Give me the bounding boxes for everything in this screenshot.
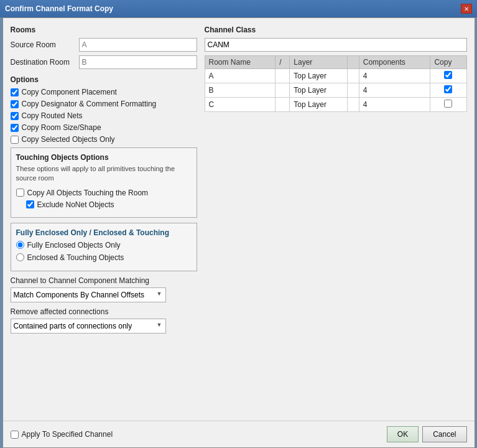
- col-empty: [348, 56, 359, 69]
- enclosed-title: Fully Enclosed Only / Enclosed & Touchin…: [16, 228, 192, 237]
- ok-button[interactable]: OK: [387, 426, 419, 442]
- apply-specified-channel-checkbox[interactable]: [11, 431, 19, 439]
- rooms-label: Rooms: [11, 26, 197, 34]
- slash-c: [276, 98, 290, 112]
- table-row: A Top Layer 4: [205, 69, 466, 83]
- copy-a-checkbox[interactable]: [444, 71, 452, 79]
- dialog-title: Confirm Channel Format Copy: [5, 4, 113, 13]
- exclude-nonet-label: Exclude NoNet Objects: [37, 200, 114, 209]
- matching-dropdown[interactable]: Match Components By Channel Offsets Matc…: [11, 287, 166, 302]
- dest-room-label: Destination Room: [11, 58, 79, 67]
- touching-title: Touching Objects Options: [16, 153, 192, 162]
- table-row: C Top Layer 4: [205, 98, 466, 112]
- channel-class-label: Channel Class: [205, 26, 467, 34]
- copy-room-size-label: Copy Room Size/Shape: [22, 123, 101, 132]
- dest-room-input[interactable]: [79, 55, 197, 69]
- copy-routed-checkbox[interactable]: [11, 112, 19, 120]
- connections-label: Remove affected connections: [11, 307, 197, 316]
- slash-a: [276, 69, 290, 83]
- layer-c: Top Layer: [290, 98, 348, 112]
- components-a: 4: [359, 69, 430, 83]
- copy-b-checkbox[interactable]: [444, 85, 452, 93]
- source-room-label: Source Room: [11, 40, 79, 49]
- touching-desc: These options will apply to all primitiv…: [16, 164, 192, 184]
- exclude-nonet-checkbox[interactable]: [26, 200, 34, 208]
- fully-enclosed-radio[interactable]: [16, 241, 24, 249]
- room-a: A: [205, 69, 276, 83]
- matching-label: Channel to Channel Component Matching: [11, 276, 197, 285]
- copy-selected-label: Copy Selected Objects Only: [22, 135, 115, 144]
- layer-b: Top Layer: [290, 83, 348, 98]
- copy-cell-b[interactable]: [430, 83, 466, 98]
- empty-b: [348, 83, 359, 98]
- close-button[interactable]: ✕: [461, 4, 472, 14]
- slash-b: [276, 83, 290, 98]
- layer-a: Top Layer: [290, 69, 348, 83]
- table-row: B Top Layer 4: [205, 83, 466, 98]
- col-layer: Layer: [290, 56, 348, 69]
- copy-touching-checkbox[interactable]: [16, 189, 24, 197]
- fully-enclosed-label: Fully Enclosed Objects Only: [27, 241, 121, 250]
- copy-selected-checkbox[interactable]: [11, 136, 19, 144]
- source-room-input[interactable]: [79, 38, 197, 52]
- col-slash: /: [276, 56, 290, 69]
- copy-touching-label: Copy All Objects Touching the Room: [27, 189, 149, 197]
- copy-designator-label: Copy Designator & Comment Formatting: [22, 100, 157, 108]
- copy-routed-label: Copy Routed Nets: [22, 111, 83, 120]
- col-copy: Copy: [430, 56, 466, 69]
- col-components: Components: [359, 56, 430, 69]
- components-c: 4: [359, 98, 430, 112]
- connections-dropdown[interactable]: Contained parts of connections only All …: [11, 319, 166, 334]
- copy-cell-a[interactable]: [430, 69, 466, 83]
- enclosed-touching-radio[interactable]: [16, 253, 24, 261]
- copy-designator-checkbox[interactable]: [11, 100, 19, 108]
- copy-c-checkbox[interactable]: [444, 100, 452, 108]
- copy-room-size-checkbox[interactable]: [11, 124, 19, 132]
- copy-placement-label: Copy Component Placement: [22, 88, 117, 96]
- room-c: C: [205, 98, 276, 112]
- col-room-name: Room Name: [205, 56, 276, 69]
- cancel-button[interactable]: Cancel: [422, 426, 466, 442]
- options-label: Options: [11, 75, 197, 84]
- copy-placement-checkbox[interactable]: [11, 88, 19, 96]
- components-b: 4: [359, 83, 430, 98]
- apply-specified-channel-label: Apply To Specified Channel: [22, 430, 113, 439]
- empty-a: [348, 69, 359, 83]
- channel-class-input[interactable]: [205, 38, 467, 52]
- enclosed-touching-label: Enclosed & Touching Objects: [27, 253, 124, 262]
- room-b: B: [205, 83, 276, 98]
- copy-cell-c[interactable]: [430, 98, 466, 112]
- empty-c: [348, 98, 359, 112]
